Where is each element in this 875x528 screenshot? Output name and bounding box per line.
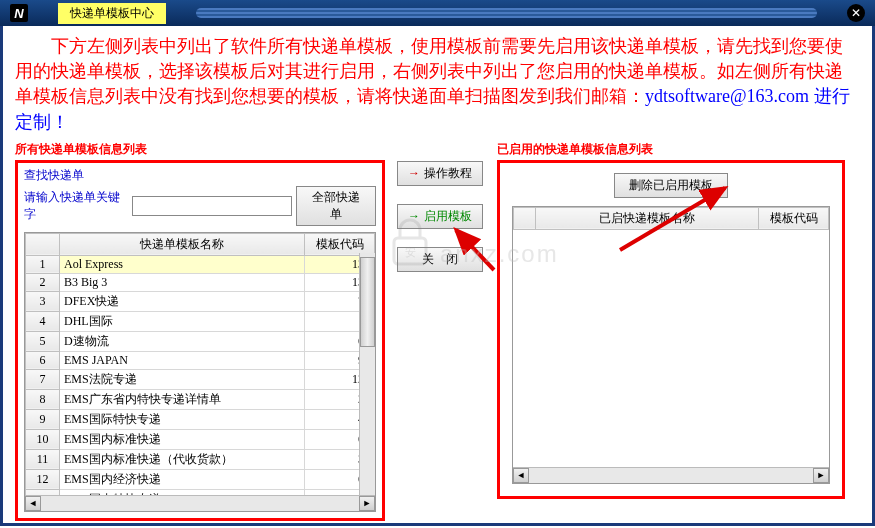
left-panel: 所有快递单模板信息列表 查找快递单 请输入快递单关键字 全部快递单 <box>15 141 385 521</box>
templates-table: 快递单模板名称 模板代码 1Aol Express1312B3 Big 3133… <box>24 232 376 512</box>
close-button[interactable]: 关 闭 <box>397 247 483 272</box>
table-row[interactable]: 10EMS国内标准快递69 <box>26 429 375 449</box>
scroll-left-icon-r[interactable]: ◄ <box>513 468 529 483</box>
col-blank-r <box>514 207 536 229</box>
right-panel-title: 已启用的快递单模板信息列表 <box>497 141 845 158</box>
table-row[interactable]: 2B3 Big 3133 <box>26 273 375 291</box>
row-name: EMS国内标准快递（代收货款） <box>60 449 305 469</box>
horizontal-scrollbar-r[interactable]: ◄ ► <box>513 467 829 483</box>
row-name: EMS国内经济快递 <box>60 469 305 489</box>
col-name-r[interactable]: 已启快递模板名称 <box>536 207 759 229</box>
row-number: 6 <box>26 351 60 369</box>
left-panel-title: 所有快递单模板信息列表 <box>15 141 385 158</box>
row-name: EMS法院专递 <box>60 369 305 389</box>
search-hint: 请输入快递单关键字 <box>24 189 128 223</box>
horizontal-scrollbar[interactable]: ◄ ► <box>25 495 375 511</box>
table-row[interactable]: 11EMS国内标准快递（代收货款）30 <box>26 449 375 469</box>
table-row[interactable]: 7EMS法院专递121 <box>26 369 375 389</box>
all-templates-button[interactable]: 全部快递单 <box>296 186 376 226</box>
row-number: 9 <box>26 409 60 429</box>
row-number: 5 <box>26 331 60 351</box>
app-logo: N <box>10 4 28 22</box>
col-name[interactable]: 快递单模板名称 <box>60 233 305 255</box>
row-number: 2 <box>26 273 60 291</box>
scroll-right-icon-r[interactable]: ► <box>813 468 829 483</box>
row-number: 4 <box>26 311 60 331</box>
table-row[interactable]: 8EMS广东省内特快专递详情单28 <box>26 389 375 409</box>
table-row[interactable]: 1Aol Express131 <box>26 255 375 273</box>
row-number: 7 <box>26 369 60 389</box>
tutorial-button[interactable]: 操作教程 <box>397 161 483 186</box>
scroll-right-icon[interactable]: ► <box>359 496 375 511</box>
row-number: 8 <box>26 389 60 409</box>
row-name: DFEX快递 <box>60 291 305 311</box>
row-number: 12 <box>26 469 60 489</box>
row-number: 3 <box>26 291 60 311</box>
delete-enabled-button[interactable]: 删除已启用模板 <box>614 173 728 198</box>
enabled-table: 已启快递模板名称 模板代码 ◄ ► <box>512 206 830 484</box>
vertical-scrollbar[interactable] <box>359 253 375 495</box>
col-code-r[interactable]: 模板代码 <box>759 207 829 229</box>
col-blank <box>26 233 60 255</box>
scroll-left-icon[interactable]: ◄ <box>25 496 41 511</box>
search-label: 查找快递单 <box>24 167 376 184</box>
row-name: B3 Big 3 <box>60 273 305 291</box>
close-icon[interactable]: ✕ <box>847 4 865 22</box>
table-row[interactable]: 5D速物流62 <box>26 331 375 351</box>
table-row[interactable]: 3DFEX快递72 <box>26 291 375 311</box>
table-row[interactable]: 6EMS JAPAN94 <box>26 351 375 369</box>
row-name: EMS广东省内特快专递详情单 <box>60 389 305 409</box>
table-row[interactable]: 12EMS国内经济快递67 <box>26 469 375 489</box>
enable-template-button[interactable]: 启用模板 <box>397 204 483 229</box>
row-name: D速物流 <box>60 331 305 351</box>
window-title: 快递单模板中心 <box>58 3 166 24</box>
table-row[interactable]: 9EMS国际特快专递41 <box>26 409 375 429</box>
instructions-email: ydtsoftware@163.com <box>645 86 809 106</box>
content-area: 下方左侧列表中列出了软件所有快递单模板，使用模板前需要先启用该快递单模板，请先找… <box>0 26 875 526</box>
row-name: EMS国际特快专递 <box>60 409 305 429</box>
row-number: 11 <box>26 449 60 469</box>
instructions-text: 下方左侧列表中列出了软件所有快递单模板，使用模板前需要先启用该快递单模板，请先找… <box>15 34 860 135</box>
middle-buttons: 操作教程 启用模板 关 闭 <box>397 141 485 521</box>
search-input[interactable] <box>132 196 292 216</box>
table-row[interactable]: 4DHL国际12 <box>26 311 375 331</box>
row-name: Aol Express <box>60 255 305 273</box>
right-panel: 已启用的快递单模板信息列表 删除已启用模板 已启快递模板名称 模板代码 <box>497 141 845 521</box>
titlebar: N 快递单模板中心 ✕ <box>0 0 875 26</box>
row-number: 10 <box>26 429 60 449</box>
row-number: 1 <box>26 255 60 273</box>
row-name: EMS JAPAN <box>60 351 305 369</box>
row-name: DHL国际 <box>60 311 305 331</box>
titlebar-decoration <box>196 8 817 18</box>
row-name: EMS国内标准快递 <box>60 429 305 449</box>
